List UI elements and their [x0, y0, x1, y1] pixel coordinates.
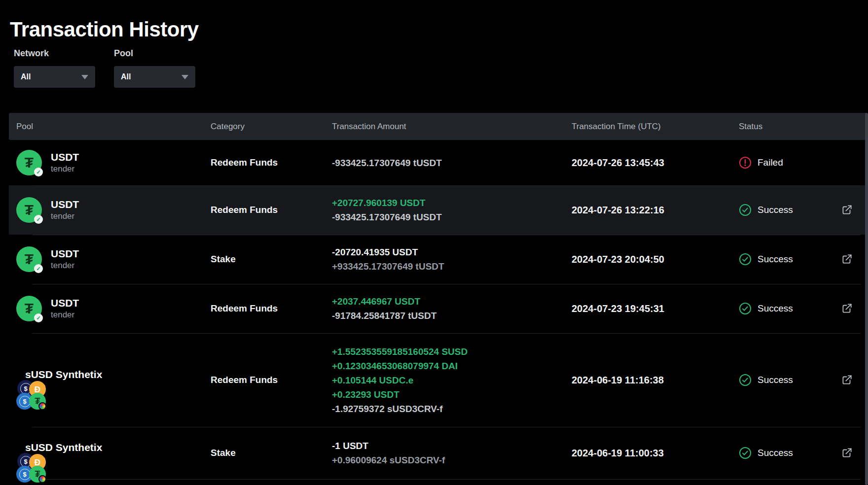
verified-badge-icon: ✓ [34, 264, 43, 273]
external-link-icon[interactable] [840, 374, 853, 386]
verified-badge-icon: ✓ [34, 215, 43, 224]
network-filter-label: Network [14, 48, 95, 59]
curve-badge-icon [38, 402, 46, 410]
pool-cell: ₮✓ USDT tender [9, 246, 211, 272]
pool-name: sUSD Synthetix [25, 369, 102, 381]
network-select-value: All [21, 72, 31, 81]
verified-badge-icon: ✓ [34, 313, 43, 322]
pool-cell: ₮✓ USDT tender [9, 197, 211, 223]
pool-name: USDT [51, 248, 79, 260]
curve-badge-icon [38, 475, 46, 483]
table-row[interactable]: ₮✓ USDT tender Redeem Funds +2037.446967… [9, 284, 868, 333]
external-link-icon[interactable] [840, 302, 853, 315]
pool-platform: tender [51, 310, 79, 320]
external-link-icon[interactable] [840, 204, 853, 216]
usdt-coin-icon: ₮✓ [16, 197, 42, 223]
usdt-coin-icon: ₮✓ [16, 246, 42, 272]
success-icon [739, 447, 752, 459]
category-label: Stake [211, 448, 332, 458]
amount-line: -20720.41935 USDT [332, 245, 572, 259]
amount-line: +933425.17307649 tUSDT [332, 259, 572, 274]
amount-line: +0.96009624 sUSD3CRV-f [332, 453, 572, 467]
transaction-amounts: +1.552353559185160524 SUSD+0.12303465306… [332, 345, 572, 416]
transactions-table: Pool Category Transaction Amount Transac… [9, 113, 868, 480]
pool-name: sUSD Synthetix [25, 442, 102, 453]
pool-icon: ₮✓ [16, 150, 42, 175]
pool-text: USDT tender [51, 199, 79, 221]
transaction-time: 2024-07-26 13:45:43 [572, 157, 739, 169]
category-label: Stake [211, 254, 332, 265]
amount-line: +1.552353559185160524 SUSD [332, 345, 572, 359]
table-row[interactable]: ₮✓ USDT tender Stake -20720.41935 USDT+9… [9, 235, 868, 284]
amount-line: -933425.17307649 tUSDT [332, 210, 572, 224]
column-header-time: Transaction Time (UTC) [572, 122, 739, 132]
pool-cell: $Ð$₮ sUSD Synthetix curve [9, 442, 211, 464]
transaction-amounts: +20727.960139 USDT-933425.17307649 tUSDT [332, 196, 572, 224]
transaction-amounts: -1 USDT+0.96009624 sUSD3CRV-f [332, 439, 572, 467]
pool-filter: Pool All [114, 48, 195, 88]
status-label: Failed [758, 157, 783, 168]
table-row[interactable]: $Ð$₮ sUSD Synthetix curve Redeem Funds +… [9, 333, 868, 427]
pool-text: USDT tender [51, 297, 79, 320]
pool-select[interactable]: All [114, 66, 195, 88]
status-cell: Success [739, 235, 868, 284]
transaction-amounts: +2037.446967 USDT-91784.25841787 tUSDT [332, 294, 572, 323]
success-icon [739, 253, 752, 266]
transaction-time: 2024-06-19 11:00:33 [572, 448, 739, 459]
transaction-amounts: -20720.41935 USDT+933425.17307649 tUSDT [332, 245, 572, 274]
pool-text: USDT tender [51, 151, 79, 174]
status-cell: Success [739, 185, 868, 235]
pool-cell: $Ð$₮ sUSD Synthetix curve [9, 369, 211, 391]
amount-line: +0.105144 USDC.e [332, 373, 572, 387]
pool-icon: ₮✓ [16, 197, 42, 223]
table-row[interactable]: ₮✓ USDT tender Redeem Funds +20727.96013… [9, 185, 868, 235]
amount-line: +0.23293 USDT [332, 387, 572, 402]
transaction-time: 2024-07-23 20:04:50 [572, 254, 739, 265]
amount-line: +2037.446967 USDT [332, 294, 572, 309]
column-header-category: Category [211, 122, 332, 132]
failed-icon [739, 156, 752, 169]
status-cell: Failed [739, 140, 868, 185]
status-cell: Success [739, 427, 868, 479]
transaction-time: 2024-07-23 19:45:31 [572, 303, 739, 314]
pool-icon: ₮✓ [16, 246, 42, 272]
status-label: Success [758, 303, 793, 314]
pool-select-value: All [121, 72, 131, 81]
category-label: Redeem Funds [211, 303, 332, 314]
status-label: Success [758, 205, 793, 215]
amount-line: +0.123034653068079974 DAI [332, 359, 572, 373]
transaction-time: 2024-06-19 11:16:38 [572, 375, 739, 386]
success-icon [739, 302, 752, 315]
external-link-icon[interactable] [840, 253, 853, 266]
category-label: Redeem Funds [211, 157, 332, 168]
pool-filter-label: Pool [114, 48, 195, 59]
pool-platform: tender [51, 261, 79, 271]
pool-cell: ₮✓ USDT tender [9, 296, 211, 321]
success-icon [739, 204, 752, 216]
column-header-pool: Pool [9, 122, 211, 132]
transaction-time: 2024-07-26 13:22:16 [572, 205, 739, 216]
transaction-amounts: -933425.17307649 tUSDT [332, 156, 572, 170]
success-icon [739, 374, 752, 386]
table-row[interactable]: ₮✓ USDT tender Redeem Funds -933425.1730… [9, 140, 868, 185]
network-select[interactable]: All [14, 66, 95, 88]
pool-text: USDT tender [51, 248, 79, 271]
amount-line: -1.92759372 sUSD3CRV-f [332, 402, 572, 416]
column-header-status: Status [739, 122, 868, 132]
table-row[interactable]: $Ð$₮ sUSD Synthetix curve Stake -1 USDT+… [9, 427, 868, 479]
pool-name: USDT [51, 297, 79, 309]
usdt-coin-icon: ₮ [29, 466, 46, 483]
usdt-coin-icon: ₮✓ [16, 150, 42, 175]
network-filter: Network All [14, 48, 95, 88]
table-bottom-divider [32, 479, 861, 480]
pool-icon: ₮✓ [16, 296, 42, 321]
category-label: Redeem Funds [211, 205, 332, 215]
amount-line: -1 USDT [332, 439, 572, 453]
status-label: Success [758, 448, 793, 458]
category-label: Redeem Funds [211, 375, 332, 385]
verified-badge-icon: ✓ [34, 168, 43, 176]
external-link-icon[interactable] [840, 447, 853, 459]
usdt-coin-icon: ₮ [29, 393, 46, 410]
column-header-amount: Transaction Amount [332, 122, 572, 132]
vertical-scrollbar[interactable] [865, 113, 868, 485]
